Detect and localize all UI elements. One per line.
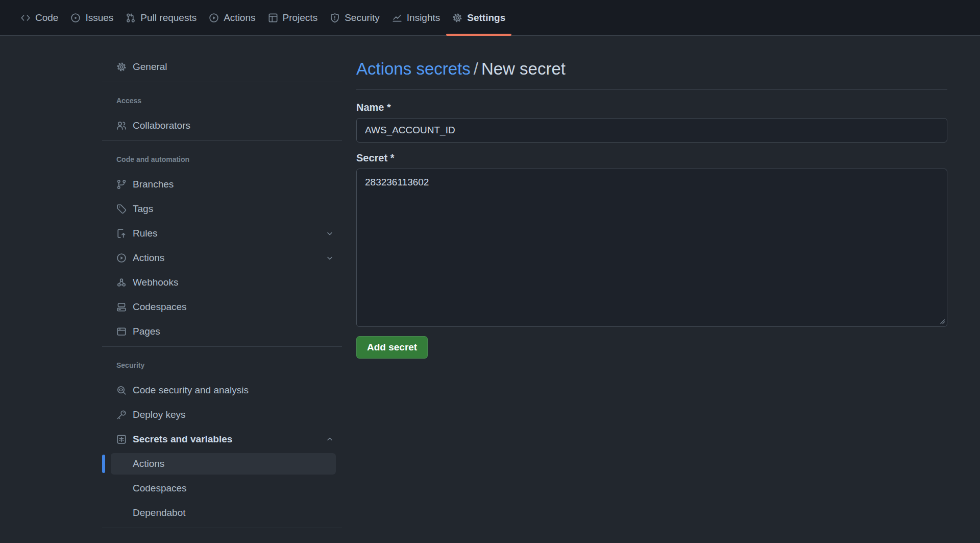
sidebar-item-label: Webhooks [133,277,178,288]
sidebar-item-label: Branches [133,179,174,190]
tab-insights[interactable]: Insights [386,0,446,35]
repo-tab-nav: Code Issues Pull requests Actions Projec… [0,0,980,36]
sidebar-item-label: Codespaces [133,301,187,313]
sidebar-section-title-code-automation: Code and automation [102,155,342,163]
sidebar-item-rules[interactable]: Rules [102,223,342,244]
sidebar-item-general[interactable]: General [102,56,342,78]
page-title: Actions secrets/New secret [356,58,947,79]
sidebar-item-label: Deploy keys [133,409,186,420]
browser-icon [116,326,127,337]
tab-security[interactable]: Security [324,0,386,35]
play-icon [116,253,127,263]
tag-icon [116,204,127,214]
gear-icon [116,62,127,72]
rules-icon [116,228,127,239]
sidebar-item-codespaces[interactable]: Codespaces [102,296,342,318]
main-content: Actions secrets/New secret Name * Secret… [356,36,947,359]
settings-sidebar: General Access Collaborators Code and au… [102,36,342,532]
sidebar-divider [102,346,342,347]
sidebar-item-code-security[interactable]: Code security and analysis [102,380,342,401]
breadcrumb-current: New secret [481,59,566,78]
sidebar-divider [102,140,342,141]
tab-label: Settings [467,12,505,23]
shield-icon [330,13,340,23]
sidebar-item-collaborators[interactable]: Collaborators [102,115,342,136]
tab-settings[interactable]: Settings [446,0,511,35]
name-field-label: Name * [356,101,947,114]
sidebar-subitem-label: Codespaces [133,483,187,494]
sidebar-item-label: Rules [133,228,158,239]
tab-label: Actions [224,12,255,23]
sidebar-item-webhooks[interactable]: Webhooks [102,272,342,293]
sidebar-section-title-access: Access [102,97,342,105]
sidebar-item-pages[interactable]: Pages [102,321,342,342]
code-icon [20,13,31,23]
tab-label: Pull requests [140,12,197,23]
sidebar-item-label: Pages [133,326,160,337]
tab-label: Code [35,12,58,23]
sidebar-item-tags[interactable]: Tags [102,198,342,220]
tab-projects[interactable]: Projects [262,0,324,35]
sidebar-item-label: General [133,61,167,73]
secret-field-label: Secret * [356,152,947,164]
chevron-up-icon [326,435,334,443]
sidebar-subitem-label: Actions [133,458,164,469]
git-pull-request-icon [126,13,136,23]
sidebar-item-label: Tags [133,203,153,215]
sidebar-divider [102,82,342,82]
sidebar-item-label: Secrets and variables [133,434,232,445]
tab-code[interactable]: Code [14,0,64,35]
tab-actions[interactable]: Actions [203,0,261,35]
codescan-icon [116,385,127,395]
sidebar-section-title-security: Security [102,361,342,369]
sidebar-item-label: Collaborators [133,120,190,131]
play-icon [209,13,219,23]
codespaces-icon [116,302,127,312]
chevron-down-icon [326,229,334,238]
graph-icon [392,13,402,23]
tab-label: Insights [407,12,440,23]
tab-pull-requests[interactable]: Pull requests [119,0,203,35]
sidebar-item-actions[interactable]: Actions [102,247,342,269]
tab-label: Security [345,12,380,23]
secret-name-input[interactable] [356,118,947,143]
sidebar-subitem-label: Dependabot [133,507,186,518]
heading-divider [356,89,947,90]
sidebar-item-branches[interactable]: Branches [102,174,342,195]
sidebar-subitem-dependabot[interactable]: Dependabot [111,502,336,524]
issue-opened-icon [70,13,81,23]
tab-issues[interactable]: Issues [64,0,119,35]
gear-icon [452,13,462,23]
actions-secrets-breadcrumb-link[interactable]: Actions secrets [356,59,471,78]
sidebar-item-secrets-and-variables[interactable]: Secrets and variables [102,429,342,450]
key-asterisk-icon [116,434,127,444]
chevron-down-icon [326,254,334,262]
key-icon [116,410,127,420]
secret-value-textarea[interactable]: 283236113602 [356,169,947,327]
breadcrumb-separator: / [471,59,481,78]
webhook-icon [116,277,127,288]
sidebar-item-label: Code security and analysis [133,385,249,396]
sidebar-subitem-actions[interactable]: Actions [111,453,336,475]
settings-layout: General Access Collaborators Code and au… [0,36,980,532]
secret-textarea-wrapper: 283236113602 [356,169,947,327]
sidebar-subitem-codespaces[interactable]: Codespaces [111,478,336,499]
sidebar-divider [102,528,342,528]
sidebar-item-label: Actions [133,252,164,264]
sidebar-item-deploy-keys[interactable]: Deploy keys [102,404,342,426]
add-secret-button[interactable]: Add secret [356,336,428,359]
tab-label: Issues [85,12,113,23]
tab-label: Projects [283,12,318,23]
table-icon [268,13,278,23]
git-branch-icon [116,179,127,190]
people-icon [116,121,127,131]
